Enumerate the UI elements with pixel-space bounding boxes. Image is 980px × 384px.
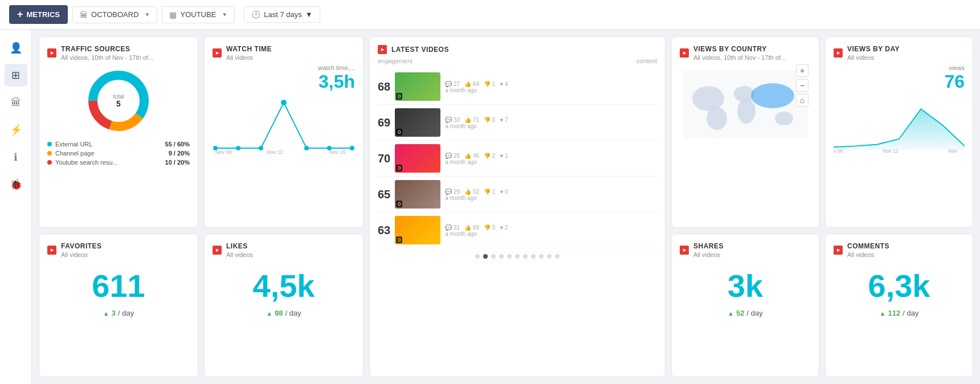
watchtime-metric-label: watch time,... (213, 64, 355, 71)
comments-per-day: ▲ 112 / day (834, 309, 965, 317)
comments-header: COMMENTS All videos (834, 242, 965, 258)
shares-yt-icon (680, 246, 689, 255)
dot-0[interactable] (475, 254, 480, 259)
shares-card: SHARES All videos 3k ▲ 52 / day (671, 234, 819, 377)
sidebar-item-person[interactable]: 👤 (5, 36, 27, 59)
donut-total-value: 5 (116, 99, 121, 108)
lv-col-headers: engagement content (378, 58, 657, 64)
comments-delta-icon: ▲ (880, 310, 886, 317)
dislikes-2: 👎 2 (484, 153, 495, 159)
likes-4: 👍 69 (464, 224, 479, 231)
sidebar-item-info[interactable]: ℹ (5, 146, 27, 169)
favorites-header: FAVORITES All videos (47, 242, 190, 258)
hearts-1: ♥ 7 (500, 117, 508, 123)
sidebar-item-lightning[interactable]: ⚡ (5, 119, 27, 141)
video-item-2: 70 0 💬 25 👍 46 👎 2 ♥ 1 a month ago (378, 141, 657, 177)
video-thumb-1[interactable]: 0 (395, 108, 440, 137)
world-map (683, 70, 808, 138)
timerange-dropdown[interactable]: 🕐 Last 7 days ▼ (244, 6, 320, 23)
sidebar-item-grid[interactable]: ⊞ (5, 64, 27, 87)
dot-5[interactable] (515, 254, 520, 259)
dashboard-grid: TRAFFIC SOURCES All videos, 10th of Nov … (32, 30, 980, 384)
traffic-subtitle: All videos, 10th of Nov - 17th of... (61, 54, 153, 61)
dot-6[interactable] (523, 254, 528, 259)
watchtime-line-chart: Nov 08 Nov 12 Nov 16 (213, 97, 355, 154)
dot-1[interactable] (483, 254, 488, 259)
favorites-per-day: ▲ 3 / day (47, 309, 190, 317)
lv-header: LATEST VIDEOS (378, 45, 657, 54)
video-meta-4: 💬 31 👍 69 👎 0 ♥ 2 (445, 224, 657, 231)
likes-delta-icon: ▲ (266, 310, 272, 317)
video-thumb-0[interactable]: 0 (395, 72, 440, 101)
favorites-per-day-label: / day (118, 309, 134, 317)
dislikes-0: 👎 1 (484, 81, 495, 87)
svg-point-9 (350, 146, 354, 150)
legend-item-external: External URL 55 / 60% (47, 141, 190, 148)
shares-subtitle: All videos (693, 251, 724, 258)
donut-chart: total 5 (84, 67, 153, 135)
comments-per-day-label: / day (903, 309, 918, 317)
youtube-icon: ▦ (169, 10, 177, 19)
map-zoom-out-button[interactable]: − (796, 79, 808, 92)
traffic-header: TRAFFIC SOURCES All videos, 10th of Nov … (47, 45, 190, 61)
video-item-4: 63 0 💬 31 👍 69 👎 0 ♥ 2 a month ago (378, 213, 657, 248)
hearts-4: ♥ 2 (500, 224, 508, 231)
youtube-label: YOUTUBE (180, 10, 216, 19)
sidebar-item-bug[interactable]: 🐞 (5, 173, 27, 196)
likes-3: 👍 52 (464, 189, 479, 195)
map-reset-button[interactable]: ⌂ (796, 94, 808, 107)
views-by-country-card: VIEWS BY COUNTRY All videos, 10th of Nov… (671, 36, 819, 228)
dot-10[interactable] (555, 254, 560, 259)
dot-2[interactable] (491, 254, 496, 259)
dot-9[interactable] (547, 254, 552, 259)
dislikes-3: 👎 1 (484, 189, 495, 195)
video-time-2: a month ago (445, 159, 657, 165)
youtube-arrow-icon: ▼ (222, 11, 227, 18)
favorites-subtitle: All videos (61, 251, 102, 258)
youtube-dropdown[interactable]: ▦ YOUTUBE ▼ (162, 6, 235, 23)
octoboard-arrow-icon: ▼ (145, 11, 150, 18)
comments-4: 💬 31 (445, 224, 460, 231)
octoboard-icon: 🏛 (80, 10, 88, 19)
shares-delta-icon: ▲ (728, 310, 734, 317)
dot-4[interactable] (507, 254, 512, 259)
viewsday-yt-icon (834, 48, 843, 58)
watchtime-header: WATCH TIME All videos (213, 45, 355, 61)
watchtime-yt-icon (213, 48, 222, 58)
legend-dot-search (47, 160, 52, 165)
video-badge-0: 0 (396, 93, 402, 100)
legend-dot-channel (47, 151, 52, 156)
country-title: VIEWS BY COUNTRY (693, 45, 786, 53)
comments-delta: 112 (888, 309, 901, 317)
video-thumb-3[interactable]: 0 (395, 180, 440, 209)
likes-delta: 98 (275, 309, 283, 317)
viewsday-line-chart: v 08 Nov 12 Nov (834, 97, 965, 154)
comments-title: COMMENTS (847, 242, 889, 250)
shares-per-day-label: / day (747, 309, 763, 317)
traffic-legend: External URL 55 / 60% Channel page 9 / 2… (47, 141, 190, 166)
watchtime-subtitle: All videos (226, 54, 272, 61)
donut-chart-container: total 5 (47, 67, 190, 135)
dot-8[interactable] (539, 254, 544, 259)
svg-marker-20 (834, 109, 965, 150)
svg-point-6 (281, 100, 287, 105)
likes-2: 👍 46 (464, 153, 479, 159)
sidebar-item-building[interactable]: 🏛 (5, 91, 27, 114)
likes-0: 👍 64 (464, 81, 479, 87)
dot-3[interactable] (499, 254, 504, 259)
comments-2: 💬 25 (445, 153, 460, 159)
shares-delta: 52 (736, 309, 744, 317)
octoboard-dropdown[interactable]: 🏛 OCTOBOARD ▼ (72, 6, 157, 23)
shares-value: 3k (680, 267, 811, 304)
dot-7[interactable] (531, 254, 536, 259)
add-metrics-button[interactable]: + METRICS (9, 5, 68, 24)
shares-header: SHARES All videos (680, 242, 811, 258)
watch-time-card: WATCH TIME All videos watch time,... 3,5… (204, 36, 364, 228)
video-thumb-4[interactable]: 0 (395, 216, 440, 244)
viewsday-metric-value: 76 (834, 71, 965, 92)
timerange-arrow-icon: ▼ (305, 10, 313, 19)
video-thumb-2[interactable]: 0 (395, 144, 440, 173)
svg-text:v 08: v 08 (834, 148, 843, 154)
map-zoom-in-button[interactable]: + (796, 64, 808, 77)
comments-1: 💬 33 (445, 117, 460, 123)
